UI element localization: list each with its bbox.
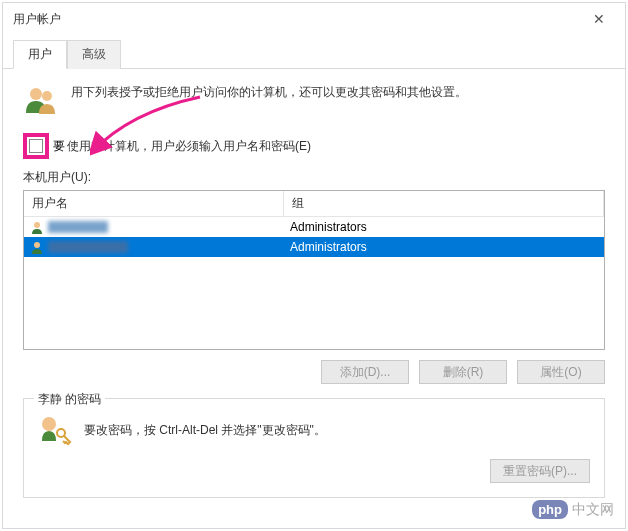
group-cell: Administrators bbox=[284, 220, 604, 234]
remove-button[interactable]: 删除(R) bbox=[419, 360, 507, 384]
add-button[interactable]: 添加(D)... bbox=[321, 360, 409, 384]
window-title: 用户帐户 bbox=[13, 11, 61, 28]
users-listbox[interactable]: 用户名 组 Administrators bbox=[23, 190, 605, 350]
table-row[interactable]: Administrators bbox=[24, 217, 604, 237]
watermark-text: 中文网 bbox=[572, 501, 614, 519]
close-icon: ✕ bbox=[593, 11, 605, 27]
svg-point-2 bbox=[34, 222, 40, 228]
tab-strip: 用户 高级 bbox=[3, 39, 625, 69]
watermark: php 中文网 bbox=[528, 498, 618, 521]
user-icon bbox=[30, 220, 44, 234]
column-username[interactable]: 用户名 bbox=[24, 191, 284, 216]
column-group[interactable]: 组 bbox=[284, 191, 604, 216]
user-accounts-dialog: 用户帐户 ✕ 用户 高级 用下列表授予或拒绝用户访问你的计算机，还可以更改其密码… bbox=[2, 2, 626, 529]
titlebar: 用户帐户 ✕ bbox=[3, 3, 625, 35]
username-blurred bbox=[48, 221, 108, 233]
user-icon bbox=[30, 240, 44, 254]
properties-button[interactable]: 属性(O) bbox=[517, 360, 605, 384]
password-buttons: 重置密码(P)... bbox=[38, 459, 590, 483]
username-blurred bbox=[48, 241, 128, 253]
svg-point-5 bbox=[57, 429, 65, 437]
require-password-row: 要 使用本计算机，用户必须输入用户名和密码(E) bbox=[23, 133, 605, 159]
svg-point-0 bbox=[30, 88, 42, 100]
checkbox-prefix-hidden: 要 bbox=[53, 138, 65, 155]
highlight-box bbox=[23, 133, 49, 159]
require-password-checkbox[interactable] bbox=[29, 139, 43, 153]
password-hint-text: 要改密码，按 Ctrl-Alt-Del 并选择"更改密码"。 bbox=[84, 422, 326, 439]
require-password-label: 使用本计算机，用户必须输入用户名和密码(E) bbox=[67, 138, 311, 155]
intro-text: 用下列表授予或拒绝用户访问你的计算机，还可以更改其密码和其他设置。 bbox=[71, 83, 467, 101]
reset-password-button[interactable]: 重置密码(P)... bbox=[490, 459, 590, 483]
password-groupbox: 李静 的密码 要改密码，按 Ctrl-Alt-Del 并选择"更改密码"。 重置… bbox=[23, 398, 605, 498]
svg-point-1 bbox=[42, 91, 52, 101]
table-row[interactable]: Administrators bbox=[24, 237, 604, 257]
key-icon bbox=[38, 413, 72, 447]
users-icon bbox=[23, 83, 59, 119]
password-row: 要改密码，按 Ctrl-Alt-Del 并选择"更改密码"。 bbox=[38, 413, 590, 447]
list-buttons: 添加(D)... 删除(R) 属性(O) bbox=[23, 360, 605, 384]
php-badge: php bbox=[532, 500, 568, 519]
tab-advanced[interactable]: 高级 bbox=[67, 40, 121, 69]
list-header: 用户名 组 bbox=[24, 191, 604, 217]
svg-point-3 bbox=[34, 242, 40, 248]
users-list-label: 本机用户(U): bbox=[23, 169, 605, 186]
tab-body: 用下列表授予或拒绝用户访问你的计算机，还可以更改其密码和其他设置。 要 使用本计… bbox=[3, 69, 625, 528]
tab-user[interactable]: 用户 bbox=[13, 40, 67, 69]
intro-row: 用下列表授予或拒绝用户访问你的计算机，还可以更改其密码和其他设置。 bbox=[23, 83, 605, 119]
svg-point-4 bbox=[42, 417, 56, 431]
close-button[interactable]: ✕ bbox=[579, 7, 619, 31]
group-cell: Administrators bbox=[284, 240, 604, 254]
password-group-title: 李静 的密码 bbox=[34, 391, 105, 408]
